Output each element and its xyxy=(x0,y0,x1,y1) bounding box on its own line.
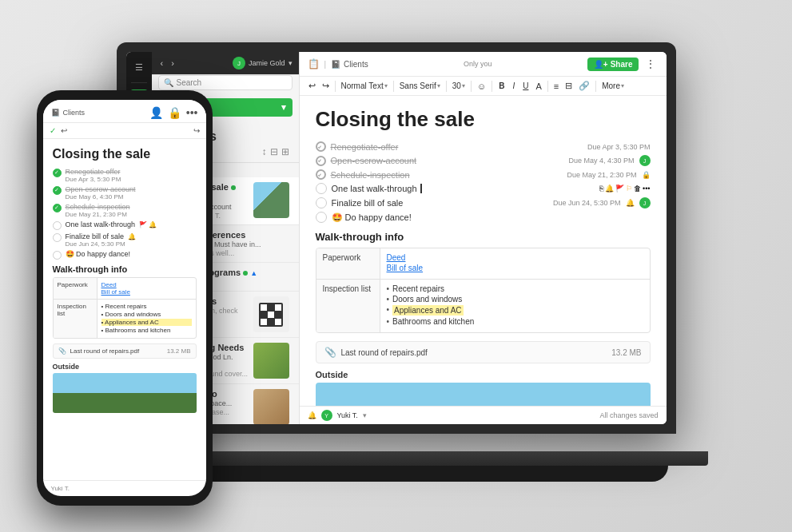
toolbar-sep-7 xyxy=(595,81,596,92)
phone-device: 📓 Clients 👤 🔒 ••• ✓ ↩ ↪ Closing the sale xyxy=(37,90,213,506)
editor-attachment[interactable]: 📎 Last round of repairs.pdf 13.2 MB xyxy=(316,341,651,363)
phone-check-0[interactable] xyxy=(53,169,62,177)
phone-topbar: 📓 Clients 👤 🔒 ••• xyxy=(43,100,206,123)
task-check-0[interactable] xyxy=(316,141,326,152)
toolbar-redo-btn[interactable]: ↪ xyxy=(320,79,332,93)
editor-topbar: 📋 | 📓 Clients Only you 👤+ Share ⋮ xyxy=(300,52,667,77)
toolbar-link-btn[interactable]: 🔗 xyxy=(576,79,592,93)
size-chevron: ▾ xyxy=(462,82,465,89)
toolbar-more-dropdown[interactable]: More ▾ xyxy=(599,80,627,92)
filter-icon[interactable]: ⊟ xyxy=(270,146,278,157)
more-menu-button[interactable]: ⋮ xyxy=(643,57,658,71)
phone-check-4[interactable] xyxy=(53,233,62,242)
sidebar-menu-icon[interactable]: ☰ xyxy=(130,58,148,76)
task-text-5: 🤩 Do happy dance! xyxy=(332,212,651,223)
task-due-2: Due May 21, 2:30 PM xyxy=(567,171,636,179)
link-bill-of-sale[interactable]: Bill of sale xyxy=(387,264,643,272)
nav-back-btn[interactable]: ‹ xyxy=(158,57,166,69)
editor-task-2: Schedule-inspection Due May 21, 2:30 PM … xyxy=(316,169,651,180)
toolbar-more-label: More xyxy=(602,81,620,90)
font-chevron: ▾ xyxy=(437,82,440,89)
bell-icon[interactable]: 🔔 xyxy=(605,185,614,193)
copy-icon[interactable]: ⎘ xyxy=(599,185,603,193)
phone-task-0: Renegotiate offer Due Apr 3, 5:30 PM xyxy=(53,168,197,183)
phone-check-icon[interactable]: ✓ xyxy=(50,126,56,135)
phone-topbar-icons: 👤 🔒 ••• xyxy=(149,106,198,119)
phone-attachment[interactable]: 📎 Last round of repairs.pdf 13.2 MB xyxy=(53,343,197,359)
trash-icon[interactable]: 🗑 xyxy=(634,185,641,193)
task-check-3[interactable] xyxy=(316,183,327,194)
toolbar-undo-btn[interactable]: ↩ xyxy=(306,79,318,93)
phone-info-content-inspection: • Recent repairs • Doors and windows • A… xyxy=(98,300,196,338)
note-thumb-5 xyxy=(253,389,289,424)
toolbar-font-dropdown[interactable]: Sans Serif ▾ xyxy=(397,80,443,92)
view-icon[interactable]: ⊞ xyxy=(281,146,289,157)
flag-red-icon[interactable]: 🚩 xyxy=(615,185,624,193)
nav-user-name: Jamie Gold xyxy=(249,59,285,67)
sort-icon[interactable]: ↕ xyxy=(262,146,267,157)
toolbar-emoji-btn[interactable]: ☺ xyxy=(475,80,488,93)
phone-note-icon: 📓 xyxy=(51,109,60,117)
info-row-inspection: Inspection list Recent repairs Doors and… xyxy=(316,280,650,332)
phone-check-1[interactable] xyxy=(53,186,62,195)
bullet-appliances: Appliances and AC xyxy=(387,305,643,316)
nav-forward-btn[interactable]: › xyxy=(169,57,177,69)
task-check-1[interactable] xyxy=(316,156,326,166)
phone-tasks: Renegotiate offer Due Apr 3, 5:30 PM Ope… xyxy=(53,168,197,260)
phone-bullet-0: • Recent repairs xyxy=(101,303,192,310)
toolbar-list-btn[interactable]: ≡ xyxy=(551,80,561,93)
phone-link-deed[interactable]: Deed xyxy=(101,281,192,288)
bullet-recent-repairs: Recent repairs xyxy=(387,284,643,293)
task-check-2[interactable] xyxy=(316,169,326,180)
nav-avatar[interactable]: J xyxy=(233,57,245,69)
phone-redo-btn[interactable]: ↪ xyxy=(193,126,200,135)
new-chevron: ▾ xyxy=(281,102,286,113)
phone-check-2[interactable] xyxy=(53,204,62,212)
outside-section-label: Outside xyxy=(316,370,651,379)
phone-task-text-0: Renegotiate offer Due Apr 3, 5:30 PM xyxy=(66,168,121,183)
attachment-size: 13.2 MB xyxy=(611,348,641,357)
more-chevron: ▾ xyxy=(621,82,624,89)
share-button[interactable]: 👤+ Share xyxy=(587,58,639,71)
phone-check-5[interactable] xyxy=(53,251,62,260)
toolbar-bold-btn[interactable]: B xyxy=(495,80,507,92)
breadcrumb-notebook[interactable]: Clients xyxy=(344,60,368,69)
phone-outside-image xyxy=(53,373,197,413)
toolbar-indent-btn[interactable]: ⊟ xyxy=(563,79,575,93)
phone-link-bill[interactable]: Bill of sale xyxy=(101,288,192,296)
phone-breadcrumb-text: Clients xyxy=(63,109,86,117)
link-deed[interactable]: Deed xyxy=(387,253,643,262)
search-bar[interactable]: 🔍 Search xyxy=(158,75,293,90)
only-you-text: Only you xyxy=(464,60,492,68)
task-text-3: One last walk-through xyxy=(332,184,595,193)
task-more-icon[interactable]: ••• xyxy=(643,185,650,193)
phone-more-icon[interactable]: ••• xyxy=(186,106,198,119)
notebook-icon: 📓 xyxy=(331,60,340,69)
task-bell-4: 🔔 xyxy=(626,199,635,207)
phone-info-row-inspection: Inspection list • Recent repairs • Doors… xyxy=(54,300,196,338)
editor-info-table: Paperwork Deed Bill of sale Inspection l… xyxy=(316,248,651,333)
toolbar-size-dropdown[interactable]: 30 ▾ xyxy=(450,80,468,92)
phone-lock-icon[interactable]: 🔒 xyxy=(168,106,181,119)
phone-task-text-3: One last walk-through 🚩 🔔 xyxy=(66,220,157,228)
walk-through-header: Walk-through info xyxy=(316,231,651,243)
toolbar-font-color-btn[interactable]: A xyxy=(533,80,543,93)
toolbar-italic-btn[interactable]: I xyxy=(509,80,518,92)
phone-task-text-4: Finalize bill of sale 🔔 Due Jun 24, 5:30… xyxy=(66,232,136,248)
phone-undo-btn[interactable]: ↩ xyxy=(61,126,67,135)
footer-bell-icon[interactable]: 🔔 xyxy=(308,411,316,419)
phone-user-icon[interactable]: 👤 xyxy=(149,106,163,119)
info-label-paperwork: Paperwork xyxy=(316,248,380,279)
editor-content-area[interactable]: Closing the sale Renegotiate-offer Due A… xyxy=(300,96,667,406)
toolbar-sep-1 xyxy=(335,81,336,92)
task-check-5[interactable] xyxy=(316,212,327,223)
task-check-4[interactable] xyxy=(316,197,327,208)
footer-chevron[interactable]: ▾ xyxy=(363,411,367,419)
toolbar-style-label: Normal Text xyxy=(341,81,384,90)
phone-check-3[interactable] xyxy=(53,221,62,230)
flag-orange-icon[interactable]: ⚐ xyxy=(626,185,632,193)
toolbar-style-dropdown[interactable]: Normal Text ▾ xyxy=(339,80,390,92)
phone-info-table: Paperwork Deed Bill of sale Inspection l… xyxy=(53,277,197,339)
toolbar-underline-btn[interactable]: U xyxy=(519,80,531,92)
task-text-2: Schedule-inspection xyxy=(331,170,563,180)
